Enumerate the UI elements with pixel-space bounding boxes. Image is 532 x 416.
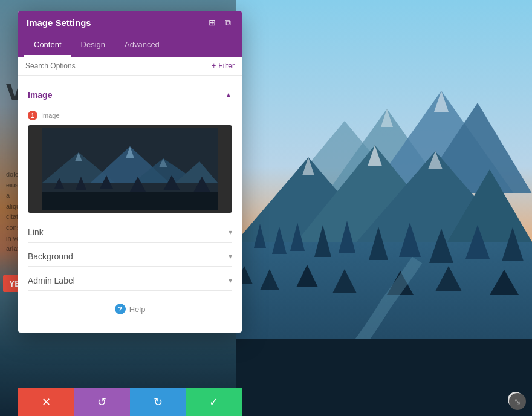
modal-header: Image Settings ⊞ ⧉ (18, 11, 242, 34)
save-button[interactable]: ✓ (186, 388, 242, 416)
drag-handle[interactable]: ⤡ (509, 393, 526, 410)
help-question-icon: ? (115, 304, 126, 314)
svg-rect-32 (236, 339, 532, 416)
section-background-title: Background (28, 252, 73, 261)
image-settings-modal: Image Settings ⊞ ⧉ Content Design Advanc… (18, 11, 242, 333)
section-admin-label: Admin Label ▾ (28, 270, 232, 291)
chevron-up-icon: ▲ (225, 91, 232, 99)
bottom-toolbar: ✕ ↺ ↻ ✓ (18, 388, 242, 416)
settings-content: Image ▲ 1 Image (18, 76, 242, 333)
columns-icon[interactable]: ⧉ (222, 17, 233, 28)
help-area: ? Help (28, 294, 232, 324)
section-image-header[interactable]: Image ▲ (28, 84, 232, 105)
chevron-down-link-icon: ▾ (229, 228, 232, 236)
section-admin-header[interactable]: Admin Label ▾ (28, 270, 232, 291)
help-button[interactable]: ? Help (115, 304, 146, 314)
redo-button[interactable]: ↻ (130, 388, 186, 416)
field-badge: 1 (28, 111, 37, 120)
svg-rect-47 (42, 192, 218, 210)
search-input[interactable] (25, 62, 212, 70)
section-image: Image ▲ 1 Image (28, 84, 232, 219)
section-link-header[interactable]: Link ▾ (28, 221, 232, 242)
section-image-title: Image (28, 90, 52, 100)
cancel-button[interactable]: ✕ (18, 388, 74, 416)
tab-design[interactable]: Design (71, 34, 115, 57)
section-admin-title: Admin Label (28, 276, 75, 285)
filter-plus-icon: + (212, 62, 216, 70)
chevron-down-bg-icon: ▾ (229, 252, 232, 261)
filter-button[interactable]: + Filter (212, 62, 235, 70)
filter-label: Filter (218, 62, 235, 70)
search-bar: + Filter (18, 57, 242, 76)
image-field-label: 1 Image (28, 111, 232, 120)
field-label-text: Image (41, 112, 60, 119)
chevron-down-admin-icon: ▾ (229, 276, 232, 285)
image-section-content: 1 Image (28, 105, 232, 219)
tab-bar: Content Design Advanced (18, 34, 242, 57)
help-label: Help (129, 305, 146, 314)
tab-content[interactable]: Content (24, 34, 71, 57)
tab-advanced[interactable]: Advanced (115, 34, 169, 57)
modal-title: Image Settings (27, 18, 91, 28)
section-link: Link ▾ (28, 221, 232, 243)
image-preview[interactable] (28, 125, 232, 213)
section-background: Background ▾ (28, 245, 232, 267)
expand-icon[interactable]: ⊞ (207, 17, 218, 28)
reset-button[interactable]: ↺ (74, 388, 131, 416)
modal-header-actions: ⊞ ⧉ (207, 17, 233, 28)
section-link-title: Link (28, 227, 44, 237)
section-background-header[interactable]: Background ▾ (28, 245, 232, 267)
